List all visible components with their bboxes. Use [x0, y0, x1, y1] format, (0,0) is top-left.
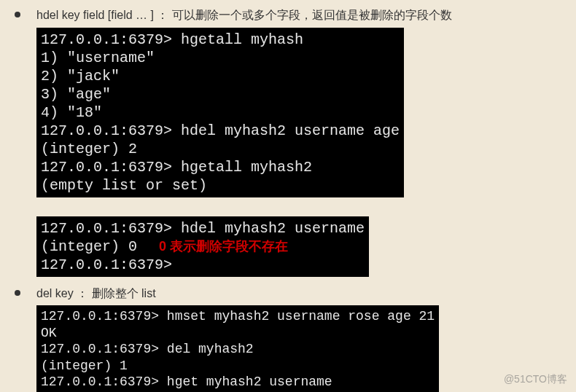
term1-line: (integer) 2	[41, 140, 400, 158]
term1-line: 1) "username"	[41, 49, 400, 67]
bullet-dot-icon	[15, 290, 20, 296]
terminal-block-3: 127.0.0.1:6379> hmset myhash2 username r…	[36, 305, 439, 392]
document-content: hdel key field [field … ] ： 可以删除一个或多个字段，…	[0, 0, 576, 392]
term3-line: (integer) 1	[41, 358, 435, 375]
term3-line: 127.0.0.1:6379> del myhash2	[41, 341, 435, 358]
bullet-dot-icon	[15, 12, 20, 17]
term1-line: 127.0.0.1:6379> hdel myhash2 username ag…	[41, 122, 400, 140]
terminal-block-2: 127.0.0.1:6379> hdel myhash2 username (i…	[36, 216, 369, 277]
bullet-hdel: hdel key field [field … ] ： 可以删除一个或多个字段，…	[15, 6, 561, 25]
term1-line: 127.0.0.1:6379> hgetall myhash2	[41, 158, 400, 176]
term3-line: 127.0.0.1:6379> hget myhash2 username	[41, 374, 435, 391]
term2-line: 127.0.0.1:6379>	[41, 256, 365, 274]
term1-line: 2) "jack"	[41, 67, 400, 85]
bullet-hdel-text: hdel key field [field … ] ： 可以删除一个或多个字段，…	[36, 6, 452, 25]
terminal-block-1: 127.0.0.1:6379> hgetall myhash 1) "usern…	[36, 28, 404, 197]
annotation-zero-meaning: 0 表示删除字段不存在	[159, 239, 288, 254]
bullet-del-text: del key ： 删除整个 list	[36, 284, 156, 303]
term2-line: 127.0.0.1:6379> hdel myhash2 username	[41, 219, 365, 238]
bullet-del: del key ： 删除整个 list	[15, 284, 561, 303]
term1-line: 127.0.0.1:6379> hgetall myhash	[41, 31, 400, 49]
term2-line: (integer) 00 表示删除字段不存在	[41, 238, 365, 256]
term1-line: (empty list or set)	[41, 176, 400, 195]
term1-line: 4) "18"	[41, 103, 400, 122]
term3-line: OK	[41, 325, 435, 342]
term1-line: 3) "age"	[41, 85, 400, 103]
term2-integer: (integer) 0	[41, 238, 137, 255]
watermark-text: @51CTO博客	[504, 373, 567, 386]
term3-line: 127.0.0.1:6379> hmset myhash2 username r…	[41, 308, 435, 325]
